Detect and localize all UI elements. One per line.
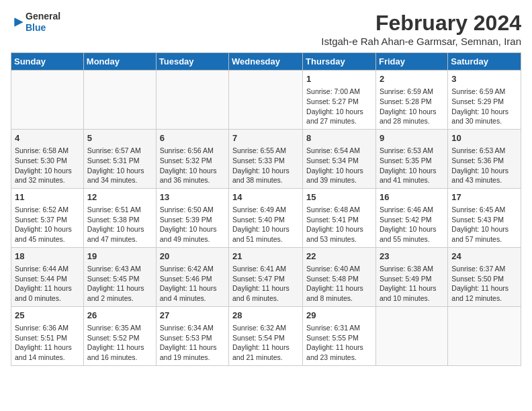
- logo-text: General Blue: [26, 11, 60, 34]
- day-info: Sunrise: 6:41 AMSunset: 5:47 PMDaylight:…: [232, 264, 299, 304]
- day-number: 17: [451, 191, 517, 203]
- weekday-header: Sunday: [11, 53, 84, 71]
- day-number: 11: [15, 191, 80, 203]
- day-info: Sunrise: 6:59 AMSunset: 5:29 PMDaylight:…: [451, 87, 517, 126]
- day-number: 26: [87, 310, 152, 322]
- day-number: 24: [451, 250, 517, 263]
- day-number: 8: [306, 132, 372, 144]
- day-number: 25: [15, 310, 80, 322]
- calendar-cell: 7Sunrise: 6:55 AMSunset: 5:33 PMDaylight…: [229, 129, 303, 188]
- weekday-header: Saturday: [448, 53, 521, 71]
- day-info: Sunrise: 6:35 AMSunset: 5:52 PMDaylight:…: [87, 323, 152, 363]
- calendar-title: February 2024: [321, 11, 521, 36]
- day-info: Sunrise: 7:00 AMSunset: 5:27 PMDaylight:…: [306, 87, 372, 126]
- day-number: 28: [232, 310, 299, 322]
- day-info: Sunrise: 6:59 AMSunset: 5:28 PMDaylight:…: [380, 87, 444, 126]
- day-info: Sunrise: 6:51 AMSunset: 5:38 PMDaylight:…: [87, 205, 152, 244]
- weekday-header: Tuesday: [156, 53, 228, 71]
- calendar-cell: 2Sunrise: 6:59 AMSunset: 5:28 PMDaylight…: [375, 71, 447, 130]
- day-info: Sunrise: 6:38 AMSunset: 5:49 PMDaylight:…: [380, 264, 444, 304]
- weekday-header: Friday: [375, 53, 447, 71]
- calendar-cell: 11Sunrise: 6:52 AMSunset: 5:37 PMDayligh…: [11, 188, 84, 247]
- day-number: 16: [380, 191, 444, 203]
- day-number: 12: [87, 191, 152, 203]
- day-info: Sunrise: 6:50 AMSunset: 5:39 PMDaylight:…: [160, 205, 225, 244]
- day-number: 21: [232, 250, 299, 263]
- calendar-cell: [11, 71, 84, 130]
- calendar-week-row: 1Sunrise: 7:00 AMSunset: 5:27 PMDaylight…: [11, 71, 521, 130]
- calendar-table: SundayMondayTuesdayWednesdayThursdayFrid…: [11, 52, 521, 366]
- calendar-cell: 27Sunrise: 6:34 AMSunset: 5:53 PMDayligh…: [156, 306, 228, 365]
- day-number: 23: [380, 250, 444, 263]
- calendar-cell: 3Sunrise: 6:59 AMSunset: 5:29 PMDaylight…: [448, 71, 521, 130]
- day-info: Sunrise: 6:40 AMSunset: 5:48 PMDaylight:…: [306, 264, 372, 304]
- calendar-week-row: 25Sunrise: 6:36 AMSunset: 5:51 PMDayligh…: [11, 306, 521, 365]
- day-info: Sunrise: 6:56 AMSunset: 5:32 PMDaylight:…: [160, 146, 225, 185]
- calendar-title-area: February 2024 Istgah-e Rah Ahan-e Garmsa…: [321, 11, 521, 47]
- calendar-cell: 12Sunrise: 6:51 AMSunset: 5:38 PMDayligh…: [83, 188, 156, 247]
- calendar-cell: 8Sunrise: 6:54 AMSunset: 5:34 PMDaylight…: [303, 129, 376, 188]
- calendar-cell: 13Sunrise: 6:50 AMSunset: 5:39 PMDayligh…: [156, 188, 228, 247]
- calendar-week-row: 4Sunrise: 6:58 AMSunset: 5:30 PMDaylight…: [11, 129, 521, 188]
- calendar-week-row: 18Sunrise: 6:44 AMSunset: 5:44 PMDayligh…: [11, 247, 521, 306]
- day-number: 22: [306, 250, 372, 263]
- calendar-cell: 18Sunrise: 6:44 AMSunset: 5:44 PMDayligh…: [11, 247, 84, 306]
- day-number: 2: [380, 73, 444, 85]
- weekday-header: Thursday: [303, 53, 376, 71]
- calendar-cell: 22Sunrise: 6:40 AMSunset: 5:48 PMDayligh…: [303, 247, 376, 306]
- calendar-cell: 1Sunrise: 7:00 AMSunset: 5:27 PMDaylight…: [303, 71, 376, 130]
- day-number: 19: [87, 250, 152, 263]
- day-info: Sunrise: 6:42 AMSunset: 5:46 PMDaylight:…: [160, 264, 225, 304]
- day-info: Sunrise: 6:34 AMSunset: 5:53 PMDaylight:…: [160, 323, 225, 363]
- day-info: Sunrise: 6:55 AMSunset: 5:33 PMDaylight:…: [232, 146, 299, 185]
- calendar-cell: 29Sunrise: 6:31 AMSunset: 5:55 PMDayligh…: [303, 306, 376, 365]
- weekday-header-row: SundayMondayTuesdayWednesdayThursdayFrid…: [11, 53, 521, 71]
- calendar-week-row: 11Sunrise: 6:52 AMSunset: 5:37 PMDayligh…: [11, 188, 521, 247]
- day-info: Sunrise: 6:45 AMSunset: 5:43 PMDaylight:…: [451, 205, 517, 244]
- day-info: Sunrise: 6:58 AMSunset: 5:30 PMDaylight:…: [15, 146, 80, 185]
- calendar-cell: 26Sunrise: 6:35 AMSunset: 5:52 PMDayligh…: [83, 306, 156, 365]
- calendar-cell: 9Sunrise: 6:53 AMSunset: 5:35 PMDaylight…: [375, 129, 447, 188]
- calendar-subtitle: Istgah-e Rah Ahan-e Garmsar, Semnan, Ira…: [321, 36, 521, 47]
- calendar-cell: 19Sunrise: 6:43 AMSunset: 5:45 PMDayligh…: [83, 247, 156, 306]
- calendar-cell: 15Sunrise: 6:48 AMSunset: 5:41 PMDayligh…: [303, 188, 376, 247]
- calendar-cell: [375, 306, 447, 365]
- calendar-cell: 5Sunrise: 6:57 AMSunset: 5:31 PMDaylight…: [83, 129, 156, 188]
- day-info: Sunrise: 6:32 AMSunset: 5:54 PMDaylight:…: [232, 323, 299, 363]
- day-number: 9: [380, 132, 444, 144]
- page-header: General Blue February 2024 Istgah-e Rah …: [11, 11, 521, 47]
- day-info: Sunrise: 6:48 AMSunset: 5:41 PMDaylight:…: [306, 205, 372, 244]
- day-number: 1: [306, 73, 372, 85]
- day-info: Sunrise: 6:36 AMSunset: 5:51 PMDaylight:…: [15, 323, 80, 363]
- day-number: 14: [232, 191, 299, 203]
- day-number: 5: [87, 132, 152, 144]
- calendar-cell: [229, 71, 303, 130]
- day-info: Sunrise: 6:57 AMSunset: 5:31 PMDaylight:…: [87, 146, 152, 185]
- calendar-cell: 28Sunrise: 6:32 AMSunset: 5:54 PMDayligh…: [229, 306, 303, 365]
- day-info: Sunrise: 6:44 AMSunset: 5:44 PMDaylight:…: [15, 264, 80, 304]
- calendar-cell: 25Sunrise: 6:36 AMSunset: 5:51 PMDayligh…: [11, 306, 84, 365]
- day-info: Sunrise: 6:53 AMSunset: 5:35 PMDaylight:…: [380, 146, 444, 185]
- calendar-cell: 16Sunrise: 6:46 AMSunset: 5:42 PMDayligh…: [375, 188, 447, 247]
- day-info: Sunrise: 6:31 AMSunset: 5:55 PMDaylight:…: [306, 323, 372, 363]
- calendar-cell: 23Sunrise: 6:38 AMSunset: 5:49 PMDayligh…: [375, 247, 447, 306]
- day-number: 13: [160, 191, 225, 203]
- day-number: 4: [15, 132, 80, 144]
- day-number: 20: [160, 250, 225, 263]
- day-info: Sunrise: 6:46 AMSunset: 5:42 PMDaylight:…: [380, 205, 444, 244]
- day-info: Sunrise: 6:52 AMSunset: 5:37 PMDaylight:…: [15, 205, 80, 244]
- day-number: 6: [160, 132, 225, 144]
- day-number: 15: [306, 191, 372, 203]
- svg-marker-0: [14, 17, 23, 26]
- calendar-cell: 4Sunrise: 6:58 AMSunset: 5:30 PMDaylight…: [11, 129, 84, 188]
- day-info: Sunrise: 6:37 AMSunset: 5:50 PMDaylight:…: [451, 264, 517, 304]
- day-info: Sunrise: 6:49 AMSunset: 5:40 PMDaylight:…: [232, 205, 299, 244]
- calendar-cell: 14Sunrise: 6:49 AMSunset: 5:40 PMDayligh…: [229, 188, 303, 247]
- logo: General Blue: [11, 11, 60, 34]
- calendar-cell: 17Sunrise: 6:45 AMSunset: 5:43 PMDayligh…: [448, 188, 521, 247]
- calendar-cell: [156, 71, 228, 130]
- calendar-cell: 10Sunrise: 6:53 AMSunset: 5:36 PMDayligh…: [448, 129, 521, 188]
- logo-icon: [12, 15, 26, 29]
- day-number: 27: [160, 310, 225, 322]
- day-info: Sunrise: 6:53 AMSunset: 5:36 PMDaylight:…: [451, 146, 517, 185]
